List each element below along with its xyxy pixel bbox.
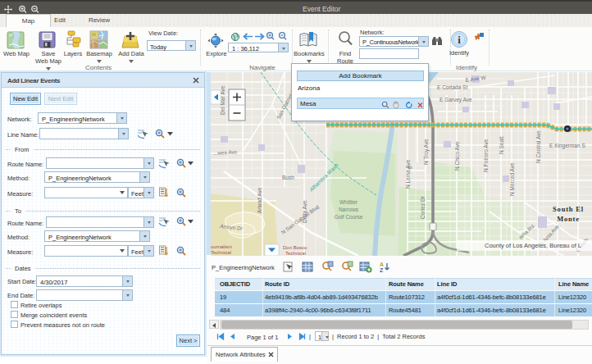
svg-text:E Kingerman S: E Kingerman S (549, 143, 585, 149)
svg-text:N Potrero Ave: N Potrero Ave (483, 139, 489, 172)
svg-text:Don Bosco: Don Bosco (283, 245, 307, 250)
svg-text:County of Los Angeles, Bureau: County of Los Angeles, Bureau of L (485, 242, 581, 249)
svg-text:Z: Z (380, 267, 384, 273)
svg-text:Page 1 of 1: Page 1 of 1 (247, 334, 278, 341)
svg-text:Bush: Bush (282, 175, 294, 180)
svg-text:Whittier: Whittier (339, 199, 358, 205)
svg-text:Narrows: Narrows (339, 207, 359, 212)
svg-text:N Central Ave: N Central Ave (535, 130, 541, 163)
svg-text:A: A (380, 262, 384, 267)
svg-text:Technical: Technical (211, 250, 231, 255)
svg-text:Monte: Monte (557, 215, 580, 223)
svg-text:N Merced Ave: N Merced Ave (509, 162, 515, 196)
svg-text:Cortez Dr: Cortez Dr (420, 195, 426, 219)
svg-text:N Seatt: N Seatt (499, 136, 504, 154)
svg-text:ournalism: ournalism (211, 244, 232, 249)
svg-text:Arland Ave: Arland Ave (257, 187, 262, 213)
svg-text:E Cortada St: E Cortada St (437, 84, 467, 90)
svg-text:E Garvey Ave: E Garvey Ave (439, 97, 472, 103)
svg-text:i: i (458, 34, 461, 46)
svg-text:N Troy Ave: N Troy Ave (423, 139, 430, 165)
svg-text:Golf Course: Golf Course (335, 214, 363, 220)
svg-text:N Chico Ave: N Chico Ave (454, 141, 460, 171)
svg-text:South El: South El (553, 205, 584, 213)
svg-text:N Lema Ave: N Lema Ave (405, 159, 411, 189)
